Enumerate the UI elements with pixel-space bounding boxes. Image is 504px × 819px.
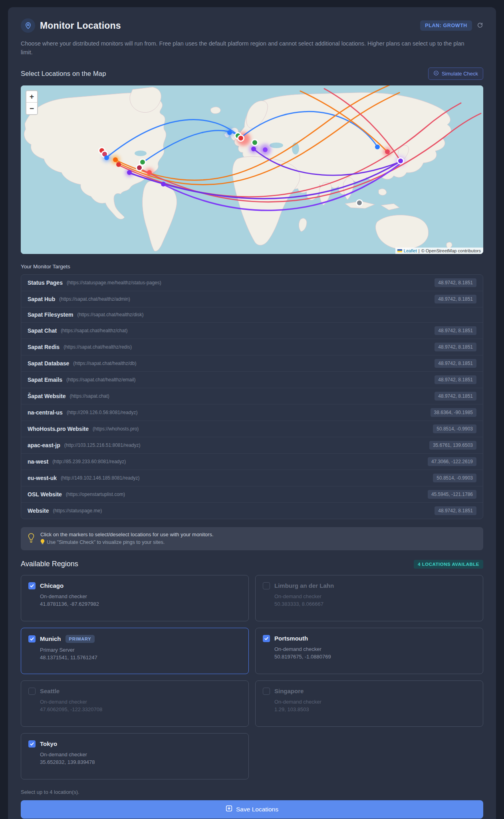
region-coordinates: 50.383333, 8.066667 bbox=[274, 601, 476, 607]
check-icon bbox=[30, 637, 34, 641]
target-url: (https://openstartuplist.com) bbox=[66, 492, 125, 497]
target-url: (https://sapat.chat/healthz/redis) bbox=[63, 344, 132, 350]
tip-line1: Click on the markers to select/deselect … bbox=[40, 531, 214, 537]
region-checkbox[interactable] bbox=[263, 582, 270, 589]
target-coordinates-badge: 48.9742, 8.1851 bbox=[435, 359, 476, 368]
osm-attribution[interactable]: © OpenStreetMap contributors bbox=[421, 248, 481, 253]
save-locations-button[interactable]: Save Locations bbox=[21, 800, 483, 819]
region-coordinates: 50.8197675, -1.0880769 bbox=[274, 654, 476, 660]
region-checkbox[interactable] bbox=[28, 688, 36, 695]
plan-badge: PLAN: GROWTH bbox=[420, 20, 472, 31]
play-circle-icon bbox=[433, 70, 439, 77]
target-url: (http://149.102.146.185:8081/readyz) bbox=[61, 475, 139, 481]
region-card[interactable]: Limburg an der Lahn On-demand checker 50… bbox=[255, 575, 483, 621]
map-zoom-control: + − bbox=[26, 90, 38, 115]
target-coordinates-badge: 48.9742, 8.1851 bbox=[435, 375, 476, 384]
refresh-icon bbox=[477, 22, 483, 30]
region-checkbox[interactable] bbox=[28, 582, 36, 589]
target-coordinates-badge: 47.3066, -122.2619 bbox=[428, 457, 476, 466]
monitor-locations-panel: Monitor Locations PLAN: GROWTH Choose wh… bbox=[8, 7, 496, 819]
table-row: eu-west-uk (http://149.102.146.185:8081/… bbox=[21, 470, 483, 486]
primary-badge: PRIMARY bbox=[65, 635, 95, 643]
table-row: Sapat Database (https://sapat.chat/healt… bbox=[21, 355, 483, 371]
region-name: Munich bbox=[40, 635, 61, 642]
map-marker[interactable] bbox=[104, 155, 109, 160]
save-icon bbox=[226, 805, 232, 813]
region-name: Portsmouth bbox=[274, 635, 308, 642]
map-section-header: Select Locations on the Map Simulate Che… bbox=[21, 67, 483, 80]
table-row: Sapat Filesystem (https://sapat.chat/hea… bbox=[21, 307, 483, 322]
region-coordinates: 35.652832, 139.839478 bbox=[40, 759, 241, 765]
region-type: On-demand checker bbox=[274, 593, 476, 599]
map-marker[interactable] bbox=[398, 158, 404, 164]
table-row: na-west (http://85.239.233.60:8081/ready… bbox=[21, 453, 483, 470]
target-url: (https://sapat.chat/healthz/admin) bbox=[59, 296, 130, 302]
check-icon bbox=[30, 742, 34, 746]
table-row: apac-east-jp (http://103.125.216.51:8081… bbox=[21, 437, 483, 453]
zoom-out-button[interactable]: − bbox=[26, 103, 37, 114]
region-type: On-demand checker bbox=[274, 646, 476, 652]
target-name: OSL Website bbox=[28, 491, 62, 498]
region-name: Seattle bbox=[40, 688, 60, 694]
target-coordinates-badge: 48.9742, 8.1851 bbox=[435, 278, 476, 287]
target-url: (http://209.126.0.56:8081/readyz) bbox=[67, 410, 137, 415]
refresh-button[interactable] bbox=[477, 22, 483, 30]
map-marker[interactable] bbox=[116, 162, 121, 167]
target-name: Sapat Hub bbox=[28, 296, 55, 302]
table-row: Sapat Emails (https://sapat.chat/healthz… bbox=[21, 371, 483, 388]
map-marker[interactable] bbox=[238, 135, 244, 141]
page-title: Monitor Locations bbox=[40, 20, 121, 31]
region-type: On-demand checker bbox=[274, 699, 476, 705]
target-name: Sapat Emails bbox=[28, 377, 62, 383]
region-card[interactable]: Munich PRIMARY Primary Server 48.1371541… bbox=[21, 628, 249, 674]
target-coordinates-badge: 50.8514, -0.9903 bbox=[433, 474, 476, 482]
lightbulb-icon bbox=[27, 533, 35, 545]
zoom-in-button[interactable]: + bbox=[26, 91, 37, 103]
header: Monitor Locations PLAN: GROWTH bbox=[21, 18, 483, 33]
targets-list: Status Pages (https://statuspage.me/heal… bbox=[21, 274, 483, 519]
map-marker[interactable] bbox=[147, 170, 152, 175]
region-checkbox[interactable] bbox=[263, 688, 270, 695]
map-marker[interactable] bbox=[357, 200, 363, 206]
map-attribution: Leaflet | © OpenStreetMap contributors bbox=[395, 248, 483, 254]
table-row: Website (https://statuspage.me) 48.9742,… bbox=[21, 502, 483, 519]
tip-line2-row: Use "Simulate Check" to visualize pings … bbox=[40, 539, 214, 546]
map-marker[interactable] bbox=[385, 149, 390, 154]
target-coordinates-badge: 50.8514, -0.9903 bbox=[433, 424, 476, 433]
region-card[interactable]: Singapore On-demand checker 1.29, 103.85… bbox=[255, 680, 483, 727]
map-marker[interactable] bbox=[113, 157, 118, 162]
target-name: Šapat Website bbox=[28, 393, 65, 399]
target-name: WhoHosts.pro Website bbox=[28, 426, 89, 432]
map-marker[interactable] bbox=[140, 159, 146, 165]
map-marker[interactable] bbox=[127, 170, 132, 175]
map-marker[interactable] bbox=[375, 145, 380, 149]
region-name: Singapore bbox=[274, 688, 304, 694]
map-marker[interactable] bbox=[251, 147, 256, 151]
region-card[interactable]: Tokyo On-demand checker 35.652832, 139.8… bbox=[21, 733, 249, 779]
selection-limit-note: Select up to 4 location(s). bbox=[21, 789, 483, 795]
target-coordinates-badge: 48.9742, 8.1851 bbox=[435, 506, 476, 515]
regions-grid: Chicago On-demand checker 41.8781136, -8… bbox=[21, 575, 483, 779]
target-coordinates-badge: 48.9742, 8.1851 bbox=[435, 392, 476, 401]
region-card[interactable]: Chicago On-demand checker 41.8781136, -8… bbox=[21, 575, 249, 621]
map-marker[interactable] bbox=[137, 165, 143, 171]
map-marker[interactable] bbox=[263, 147, 268, 152]
region-type: On-demand checker bbox=[40, 593, 241, 599]
region-card[interactable]: Seattle On-demand checker 47.6062095, -1… bbox=[21, 680, 249, 727]
region-checkbox[interactable] bbox=[28, 740, 36, 748]
region-card[interactable]: Portsmouth On-demand checker 50.8197675,… bbox=[255, 628, 483, 674]
map-marker[interactable] bbox=[227, 130, 232, 135]
target-name: Website bbox=[28, 508, 49, 514]
check-icon bbox=[30, 583, 34, 588]
map-section-title: Select Locations on the Map bbox=[21, 70, 106, 77]
region-checkbox[interactable] bbox=[263, 635, 270, 642]
target-name: Sapat Chat bbox=[28, 327, 57, 334]
map-marker[interactable] bbox=[161, 182, 166, 186]
table-row: na-central-us (http://209.126.0.56:8081/… bbox=[21, 404, 483, 420]
locations-available-badge: 4 LOCATIONS AVAILABLE bbox=[414, 560, 483, 569]
leaflet-link[interactable]: Leaflet bbox=[404, 248, 417, 253]
world-map[interactable]: + − Leaflet | © OpenStreetMap contributo… bbox=[21, 85, 483, 254]
simulate-check-button[interactable]: Simulate Check bbox=[428, 67, 483, 80]
region-checkbox[interactable] bbox=[28, 635, 36, 643]
map-marker[interactable] bbox=[252, 139, 258, 145]
